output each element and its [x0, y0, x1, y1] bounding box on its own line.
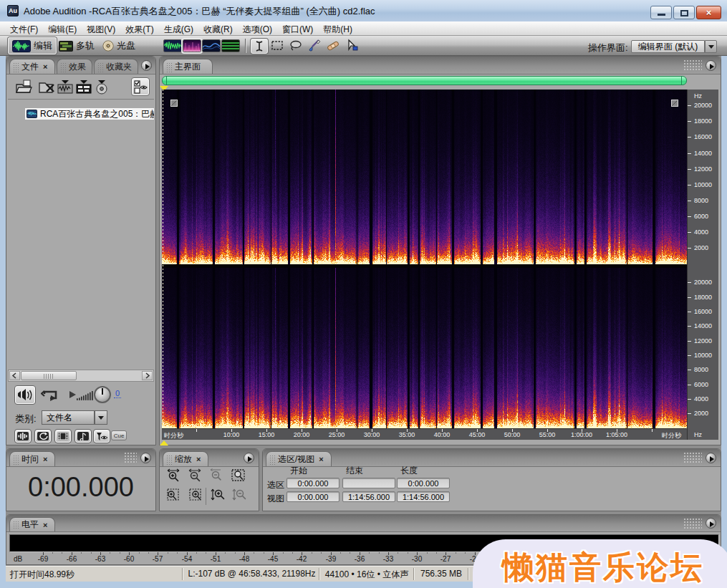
selection-end-field[interactable]: [342, 478, 395, 488]
tab-close-icon[interactable]: ×: [43, 456, 47, 463]
volume-value[interactable]: 0: [114, 389, 121, 398]
selection-panel-menu-button[interactable]: [706, 453, 716, 463]
freq-tick-label: 8000: [694, 197, 708, 204]
category-select[interactable]: 文件名: [42, 410, 95, 425]
selection-start-field[interactable]: 0:00.000: [287, 478, 340, 488]
time-selection-tool-button[interactable]: [251, 39, 268, 54]
marquee-selection-tool-button[interactable]: [269, 39, 287, 54]
lasso-selection-tool-button[interactable]: [288, 39, 305, 54]
menu-item-0[interactable]: 文件(F): [5, 21, 43, 36]
import-file-button[interactable]: [15, 79, 32, 95]
tab-zoom[interactable]: 缩放 ×: [163, 451, 208, 466]
db-minor-tick: [408, 552, 408, 554]
effects-paintbrush-tool-button[interactable]: [307, 39, 324, 54]
column-header-length: 长度: [400, 465, 418, 477]
zoom-navigator-bar[interactable]: [162, 76, 687, 85]
workspace-select[interactable]: 编辑界面 (默认): [631, 40, 705, 53]
close-file-button[interactable]: [38, 79, 57, 95]
tab-levels[interactable]: 电平 ×: [9, 517, 55, 531]
file-list-item[interactable]: RCA百张古典名盘之005：巴赫: [25, 108, 154, 120]
show-video-files-toggle[interactable]: [54, 429, 72, 443]
spectral-display[interactable]: [162, 90, 687, 428]
category-select-arrow[interactable]: [95, 410, 107, 425]
timeline-ruler[interactable]: 时分秒10:0015:0020:0025:0030:0035:0040:0045…: [162, 428, 687, 440]
zoom-out-horizontal-button[interactable]: [188, 468, 205, 483]
zoom-in-left-edge-button[interactable]: [166, 488, 183, 502]
show-options-toggle-button[interactable]: [131, 77, 150, 96]
view-start-field[interactable]: 0:00.000: [287, 491, 340, 502]
tab-files[interactable]: 文件 ×: [9, 59, 55, 74]
menu-item-1[interactable]: 编辑(E): [43, 21, 82, 36]
title-bar[interactable]: Au Adobe Audition -RCA百张古典名盘之005：巴赫 “无伴奏…: [0, 0, 727, 21]
freq-tick-label: 14000: [694, 322, 712, 329]
scroll-right-arrow[interactable]: [142, 371, 153, 380]
tab-close-icon[interactable]: ×: [43, 63, 47, 70]
insert-audio-into-cd-button[interactable]: [94, 79, 110, 95]
menu-item-7[interactable]: 窗口(W): [277, 21, 318, 36]
zoom-in-horizontal-button[interactable]: [166, 468, 183, 483]
tab-selection-view[interactable]: 选区/视图 ×: [266, 451, 332, 466]
insert-into-cd-list-button[interactable]: [75, 79, 92, 95]
zoom-out-full-button[interactable]: [208, 468, 226, 483]
scrub-tool-button[interactable]: [344, 39, 361, 54]
levels-panel-menu-button[interactable]: [706, 518, 716, 529]
menu-item-2[interactable]: 视图(V): [82, 21, 120, 36]
tab-close-icon[interactable]: ×: [43, 521, 47, 529]
menu-item-8[interactable]: 帮助(H): [318, 21, 357, 36]
tab-effects[interactable]: 效果: [57, 59, 92, 74]
insert-audio-into-cd-icon: [94, 79, 110, 95]
zoom-in-right-edge-button[interactable]: [186, 488, 203, 502]
minimize-button[interactable]: [650, 6, 672, 19]
spectral-pan-display-button[interactable]: [202, 39, 221, 52]
files-panel-menu-button[interactable]: [141, 60, 152, 71]
zoom-to-selection-button[interactable]: [230, 468, 247, 483]
tab-time[interactable]: 时间 ×: [9, 451, 55, 466]
spectrogram-canvas[interactable]: [162, 90, 687, 428]
volume-bars[interactable]: [77, 390, 94, 400]
cd-view-button[interactable]: 光盘: [99, 37, 139, 54]
zoom-in-vertical-button[interactable]: [210, 488, 227, 502]
waveform-display-button[interactable]: [163, 39, 182, 52]
scrollbar-thumb[interactable]: [21, 371, 77, 380]
menu-item-3[interactable]: 效果(T): [120, 21, 158, 36]
playhead-marker-bottom-icon[interactable]: [160, 440, 168, 445]
panel-grip-decoration: [683, 59, 702, 71]
show-audio-files-toggle[interactable]: [14, 429, 32, 443]
file-list[interactable]: RCA百张古典名盘之005：巴赫: [8, 99, 154, 370]
loop-playback-button[interactable]: [41, 388, 59, 403]
edit-view-button[interactable]: 编辑: [8, 37, 57, 54]
spectral-phase-display-button[interactable]: [221, 39, 240, 52]
multitrack-view-button[interactable]: 多轨: [55, 37, 98, 54]
freq-unit-label: Hz: [694, 431, 702, 438]
workspace-select-arrow[interactable]: [705, 40, 717, 53]
selection-length-field[interactable]: 0:00.000: [397, 478, 450, 488]
zoom-panel-menu-button[interactable]: [244, 453, 254, 463]
insert-into-multitrack-button[interactable]: [57, 79, 74, 95]
tab-main-interface[interactable]: 主界面: [163, 59, 213, 74]
status-cell-1: L:-107 dB @ 46:58.433, 21198Hz: [185, 569, 319, 579]
filter-eye-toggle[interactable]: [93, 429, 110, 443]
menu-item-5[interactable]: 收藏(R): [198, 21, 238, 36]
menu-item-4[interactable]: 生成(G): [159, 21, 198, 36]
spot-healing-brush-tool-button[interactable]: [325, 39, 342, 54]
main-panel-menu-button[interactable]: [706, 60, 716, 71]
time-panel-menu-button[interactable]: [140, 453, 151, 463]
show-loop-files-toggle[interactable]: [34, 429, 52, 443]
frequency-ruler[interactable]: Hz20000180001600014000120001000080006000…: [687, 90, 718, 440]
tab-close-icon[interactable]: ×: [196, 456, 201, 463]
volume-knob[interactable]: [94, 386, 111, 403]
tab-close-icon[interactable]: ×: [319, 456, 323, 463]
close-button[interactable]: ×: [696, 6, 721, 19]
zoom-out-vertical-button[interactable]: [231, 488, 249, 502]
file-list-hscrollbar[interactable]: [8, 370, 154, 382]
view-end-field[interactable]: 1:14:56.000: [342, 491, 395, 502]
tab-favorites[interactable]: 收藏夹: [94, 59, 138, 74]
spectral-frequency-display-button[interactable]: [183, 39, 201, 52]
menu-item-6[interactable]: 选项(O): [238, 21, 277, 36]
view-length-field[interactable]: 1:14:56.000: [397, 491, 450, 502]
scroll-left-arrow[interactable]: [9, 371, 20, 380]
maximize-button[interactable]: [673, 6, 695, 19]
auto-play-toggle-button[interactable]: [14, 385, 36, 405]
show-midi-files-toggle[interactable]: [74, 429, 92, 443]
cue-badge[interactable]: Cue: [111, 430, 127, 440]
